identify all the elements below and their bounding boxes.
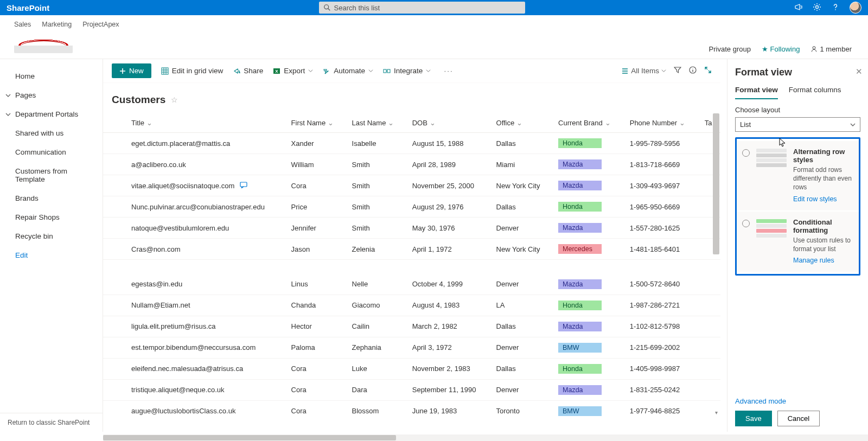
- table-row[interactable]: Nullam@Etiam.net Chanda Giacomo August 4…: [103, 295, 720, 316]
- cell-last: Nelle: [346, 274, 406, 295]
- cell-title[interactable]: ligula.elit.pretium@risus.ca: [125, 316, 285, 337]
- table-row[interactable]: tristique.aliquet@neque.co.uk Cora Dara …: [103, 379, 720, 400]
- card-conditional-formatting[interactable]: Conditional formatting Use custom rules …: [737, 212, 859, 272]
- list-title-row: Customers ☆: [103, 83, 720, 113]
- nav-customers-template[interactable]: Customers from Template: [0, 162, 103, 189]
- tab-format-view[interactable]: Format view: [735, 86, 778, 99]
- app-brand[interactable]: SharePoint: [7, 3, 49, 12]
- table-row[interactable]: eget.dictum.placerat@mattis.ca Xander Is…: [103, 133, 720, 154]
- integrate-button[interactable]: Integrate: [383, 67, 431, 75]
- hub-link[interactable]: Marketing: [42, 21, 72, 28]
- cell-phone: 1-813-718-6669: [623, 154, 698, 175]
- cell-title[interactable]: eget.dictum.placerat@mattis.ca: [125, 133, 285, 154]
- col-dob[interactable]: DOB⌄: [406, 113, 490, 133]
- svg-point-0: [324, 5, 328, 9]
- cell-title[interactable]: a@aclibero.co.uk: [125, 154, 285, 175]
- table-row[interactable]: egestas@in.edu Linus Nelle October 4, 19…: [103, 274, 720, 295]
- advanced-mode-link[interactable]: Advanced mode: [735, 391, 860, 411]
- close-icon[interactable]: ✕: [856, 67, 863, 76]
- table-row[interactable]: ligula.elit.pretium@risus.ca Hector Cail…: [103, 316, 720, 337]
- nav-repair-shops[interactable]: Repair Shops: [0, 208, 103, 227]
- cell-brand: Mazda: [552, 274, 623, 295]
- return-classic-link[interactable]: Return to classic SharePoint: [0, 413, 103, 432]
- expand-icon[interactable]: [704, 66, 712, 75]
- cell-brand: Honda: [552, 358, 623, 379]
- new-button[interactable]: New: [112, 63, 151, 78]
- cell-title[interactable]: tristique.aliquet@neque.co.uk: [125, 379, 285, 400]
- cancel-button[interactable]: Cancel: [777, 411, 820, 426]
- megaphone-icon[interactable]: [794, 3, 803, 13]
- nav-communication[interactable]: Communication: [0, 143, 103, 162]
- table-row[interactable]: vitae.aliquet@sociisnatoque.com Cora Smi…: [103, 175, 720, 196]
- manage-rules-link[interactable]: Manage rules: [793, 257, 834, 264]
- tab-format-columns[interactable]: Format columns: [789, 86, 841, 99]
- suite-actions: [794, 2, 861, 14]
- vertical-scrollbar[interactable]: ▾: [713, 113, 719, 417]
- cell-title[interactable]: eleifend.nec.malesuada@atrisus.ca: [125, 358, 285, 379]
- card-alternating-rows[interactable]: Alternating row styles Format odd rows d…: [737, 141, 859, 210]
- view-selector[interactable]: All Items: [621, 67, 666, 75]
- favorite-icon[interactable]: ☆: [171, 95, 178, 104]
- cell-title[interactable]: augue@luctuslobortisClass.co.uk: [125, 400, 285, 417]
- nav-home[interactable]: Home: [0, 67, 103, 86]
- info-icon[interactable]: [689, 66, 697, 75]
- cell-title[interactable]: est.tempor.bibendum@neccursusa.com: [125, 337, 285, 358]
- user-avatar[interactable]: [850, 2, 861, 14]
- table-row[interactable]: augue@luctuslobortisClass.co.uk Cora Blo…: [103, 400, 720, 417]
- members-link[interactable]: 1 member: [810, 45, 852, 53]
- cell-title[interactable]: Cras@non.com: [125, 239, 285, 260]
- cell-title[interactable]: egestas@in.edu: [125, 274, 285, 295]
- list-grid[interactable]: Title⌄ First Name⌄ Last Name⌄ DOB⌄ Offic…: [103, 113, 720, 417]
- export-button[interactable]: XExport: [273, 67, 313, 75]
- col-phone[interactable]: Phone Number⌄: [623, 113, 698, 133]
- cell-title[interactable]: natoque@vestibulumlorem.edu: [125, 218, 285, 239]
- table-row[interactable]: est.tempor.bibendum@neccursusa.com Palom…: [103, 337, 720, 358]
- comment-icon[interactable]: [240, 182, 247, 188]
- shell: Home Pages Department Portals Shared wit…: [0, 59, 868, 432]
- cell-phone: 1-481-185-6401: [623, 239, 698, 260]
- nav-brands[interactable]: Brands: [0, 189, 103, 208]
- nav-dept-portals[interactable]: Department Portals: [0, 105, 103, 124]
- share-button[interactable]: Share: [233, 67, 263, 75]
- hub-link[interactable]: Sales: [14, 21, 31, 28]
- more-actions[interactable]: ···: [441, 67, 456, 75]
- nav-shared[interactable]: Shared with us: [0, 124, 103, 143]
- filter-icon[interactable]: [674, 66, 681, 75]
- gear-icon[interactable]: [813, 3, 821, 13]
- nav-edit[interactable]: Edit: [0, 246, 103, 265]
- cell-title[interactable]: Nunc.pulvinar.arcu@conubianostraper.edu: [125, 196, 285, 218]
- automate-button[interactable]: Automate: [323, 67, 373, 75]
- table-row[interactable]: Nunc.pulvinar.arcu@conubianostraper.edu …: [103, 196, 720, 218]
- table-row[interactable]: eleifend.nec.malesuada@atrisus.ca Cora L…: [103, 358, 720, 379]
- cell-title[interactable]: vitae.aliquet@sociisnatoque.com: [125, 175, 285, 196]
- save-button[interactable]: Save: [735, 411, 772, 426]
- scrollbar-thumb[interactable]: [103, 435, 396, 440]
- col-title[interactable]: Title⌄: [125, 113, 285, 133]
- site-logo[interactable]: [14, 34, 73, 53]
- edit-grid-button[interactable]: Edit in grid view: [161, 67, 224, 75]
- following-toggle[interactable]: ★ Following: [762, 45, 800, 53]
- edit-row-styles-link[interactable]: Edit row styles: [793, 195, 837, 203]
- cell-title[interactable]: Nullam@Etiam.net: [125, 295, 285, 316]
- layout-select[interactable]: List: [735, 117, 860, 132]
- panel-footer: Save Cancel: [735, 411, 860, 432]
- col-office[interactable]: Office⌄: [490, 113, 552, 133]
- chevron-down-icon: [308, 68, 313, 73]
- help-icon[interactable]: [831, 3, 840, 13]
- table-row[interactable]: Cras@non.com Jason Zelenia April 1, 1972…: [103, 239, 720, 260]
- search-box[interactable]: Search this list: [319, 2, 525, 14]
- table-row[interactable]: a@aclibero.co.uk William Smith April 28,…: [103, 154, 720, 175]
- radio-conditional[interactable]: [742, 220, 750, 227]
- col-last[interactable]: Last Name⌄: [346, 113, 406, 133]
- hub-link[interactable]: ProjectApex: [82, 21, 119, 28]
- scrollbar-thumb[interactable]: [713, 113, 719, 254]
- col-first[interactable]: First Name⌄: [285, 113, 346, 133]
- cell-first: Cora: [285, 400, 346, 417]
- nav-recycle-bin[interactable]: Recycle bin: [0, 227, 103, 246]
- table-row[interactable]: natoque@vestibulumlorem.edu Jennifer Smi…: [103, 218, 720, 239]
- scroll-down-arrow[interactable]: ▾: [713, 410, 719, 416]
- col-brand[interactable]: Current Brand⌄: [552, 113, 623, 133]
- nav-pages[interactable]: Pages: [0, 86, 103, 105]
- horizontal-scrollbar[interactable]: [103, 434, 868, 441]
- radio-alternating[interactable]: [742, 149, 750, 157]
